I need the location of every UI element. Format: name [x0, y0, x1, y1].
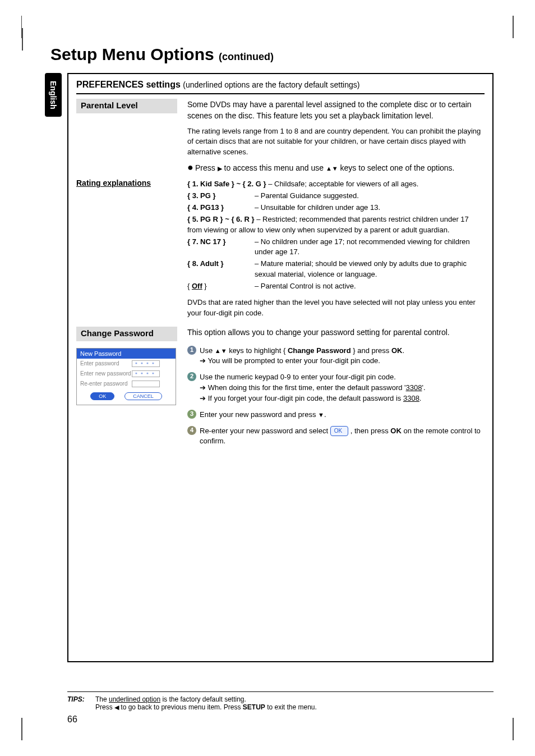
page-title: Setup Menu Options (continued) — [50, 45, 274, 64]
new-password-dialog: New Password Enter password＊＊＊＊ Enter ne… — [76, 348, 176, 405]
text: to go back to previous menu item. Press — [119, 703, 243, 711]
section-header-sub: (underlined options are the factory defa… — [183, 80, 359, 89]
default-code: 3308 — [403, 394, 419, 402]
steps-column: 1 Use ▲▼ keys to highlight { Change Pass… — [183, 346, 485, 450]
text: OK — [391, 346, 403, 355]
text: '. — [422, 383, 425, 392]
text: Press — [195, 163, 218, 172]
rating-key: { 1. Kid Safe } ~ { 2. G } — [187, 180, 266, 188]
rating-key: { 7. NC 17 } — [187, 237, 226, 246]
rating-key: { 5. PG R } ~ { 6. R } — [187, 215, 255, 223]
rating-desc: – No children under age 17; not recommen… — [255, 237, 485, 258]
off-option: Off — [192, 282, 202, 290]
step-2-icon: 2 — [187, 372, 196, 381]
text: to exit the menu. — [265, 703, 317, 711]
page-number: 66 — [67, 714, 77, 725]
dialog-cancel-button[interactable]: CANCEL — [124, 392, 162, 400]
default-code: 3308 — [406, 383, 422, 392]
new-password-field[interactable]: ＊＊＊＊ — [132, 370, 160, 377]
change-password-intro: This option allows you to change your pa… — [177, 327, 485, 341]
text: The — [95, 695, 109, 703]
up-arrow-icon: ▲ — [215, 347, 221, 354]
result-arrow-icon: ➔ — [200, 383, 208, 392]
dialog-title: New Password — [77, 349, 176, 359]
rating-key: { 3. PG } — [187, 191, 216, 200]
ok-pill-icon[interactable]: OK — [330, 426, 348, 437]
result-arrow-icon: ➔ — [200, 356, 207, 365]
text: You will be prompted to enter your four-… — [207, 356, 380, 365]
dialog-ok-button[interactable]: OK — [90, 392, 114, 400]
section-header: PREFERENCES settings (underlined options… — [76, 80, 485, 94]
rating-key: { 4. PG13 } — [187, 203, 224, 212]
down-arrow-icon: ▼ — [221, 347, 227, 354]
parental-intro: Some DVDs may have a parental level assi… — [177, 99, 485, 122]
dlg-row-label: Re-enter password — [80, 381, 132, 387]
tips-label: TIPS: — [67, 695, 95, 711]
rating-desc: – Parental Guidance suggested. — [255, 191, 485, 201]
text: OK — [390, 427, 402, 435]
down-arrow-icon: ▼ — [332, 165, 338, 172]
text: Use — [200, 346, 215, 355]
text: Enter your new password and press — [200, 410, 318, 419]
dlg-row-label: Enter new password — [80, 370, 132, 377]
text: . — [419, 394, 422, 402]
rating-desc: – Mature material; should be viewed only… — [255, 259, 485, 280]
crop-mark — [21, 16, 31, 38]
step-3-icon: 3 — [187, 410, 196, 419]
rating-desc: – Unsuitable for children under age 13. — [255, 203, 485, 213]
down-arrow-icon: ▼ — [318, 411, 324, 418]
rating-desc: – Childsafe; acceptable for viewers of a… — [268, 179, 418, 190]
text: is the factory default setting. — [160, 695, 246, 703]
enter-password-field[interactable]: ＊＊＊＊ — [132, 360, 160, 367]
up-arrow-icon: ▲ — [326, 165, 332, 172]
left-arrow-icon: ◀ — [114, 704, 119, 711]
off-desc: – Parental Control is not active. — [255, 281, 485, 292]
change-password-label: Change Password — [76, 327, 177, 341]
dlg-row-label: Enter password — [80, 360, 132, 366]
crop-mark — [513, 16, 514, 38]
text: Use the numeric keypad 0-9 to enter your… — [200, 373, 396, 381]
text: . — [402, 346, 404, 355]
setup-key: SETUP — [243, 703, 265, 711]
text: , then press — [350, 427, 391, 435]
crop-mark — [21, 718, 22, 740]
section-header-main: PREFERENCES settings — [76, 80, 183, 89]
text: keys to select one of the options. — [338, 163, 455, 172]
step-1-icon: 1 — [187, 346, 196, 355]
rating-key: { 8. Adult } — [187, 259, 224, 268]
text: Re-enter your new password and select — [200, 427, 330, 435]
bullet-icon: ● — [187, 162, 195, 172]
text: When doing this for the first time, ente… — [208, 383, 406, 392]
parental-note: The rating levels range from 1 to 8 and … — [177, 126, 485, 158]
ratings-footer: DVDs that are rated higher than the leve… — [187, 297, 485, 319]
parental-level-label: Parental Level — [76, 99, 177, 113]
rating-explanations-heading: Rating explanations — [76, 178, 151, 187]
reenter-password-field[interactable] — [132, 381, 160, 387]
content-box: PREFERENCES settings (underlined options… — [67, 73, 494, 662]
text: } and press — [351, 346, 391, 355]
text: If you forget your four-digit pin code, … — [208, 394, 403, 402]
text: keys to highlight { — [227, 346, 288, 355]
text: Change Password — [288, 346, 351, 355]
step-4-icon: 4 — [187, 426, 196, 435]
result-arrow-icon: ➔ — [200, 394, 208, 402]
text: to access this menu and use — [222, 163, 326, 172]
right-arrow-icon: ▶ — [218, 165, 222, 172]
underlined-option: underlined option — [109, 695, 160, 703]
press-instruction: ● Press ▶ to access this menu and use ▲▼… — [177, 162, 485, 173]
tips-box: TIPS: The underlined option is the facto… — [67, 691, 494, 711]
text: Press — [95, 703, 114, 711]
title-sub: (continued) — [219, 51, 274, 62]
title-main: Setup Menu Options — [50, 45, 219, 63]
ratings-list: { 1. Kid Safe } ~ { 2. G } – Childsafe; … — [177, 178, 485, 318]
crop-mark — [504, 718, 514, 740]
language-tab: English — [45, 73, 62, 117]
